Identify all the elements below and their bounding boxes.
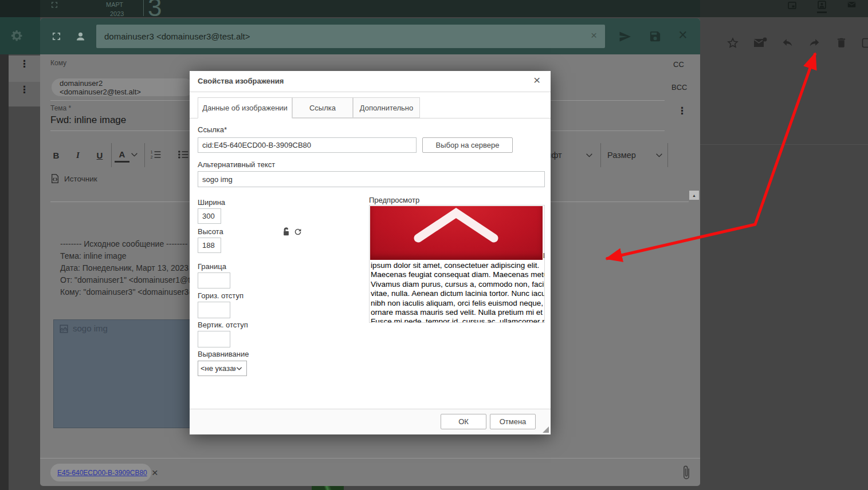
- star-icon[interactable]: [726, 37, 739, 49]
- tab-advanced[interactable]: Дополнительно: [353, 97, 420, 118]
- chevron-down-icon[interactable]: [655, 153, 663, 158]
- height-field-wrap: [198, 238, 221, 253]
- preview-panel: l ipsum dolor sit amet, consectetuer adi…: [369, 205, 545, 323]
- border-input[interactable]: [198, 272, 230, 289]
- trash-icon[interactable]: [835, 36, 847, 49]
- gear-icon[interactable]: [10, 29, 23, 42]
- message-view-pane: [700, 17, 868, 490]
- save-draft-icon[interactable]: [649, 30, 662, 43]
- maillist-row[interactable]: ⋮: [9, 82, 40, 106]
- cc-button[interactable]: CC: [673, 60, 684, 69]
- recipient-chip[interactable]: domainuser2 <domainuser2@test.alt>: [52, 78, 194, 96]
- url-input[interactable]: [198, 137, 417, 153]
- reset-size-icon[interactable]: [293, 227, 303, 237]
- width-input[interactable]: [198, 208, 221, 224]
- subject-value[interactable]: Fwd: inline image: [50, 114, 126, 126]
- hspace-input[interactable]: [198, 302, 230, 318]
- align-label: Выравнивание: [198, 350, 249, 358]
- recipient-chip-text: domainuser2 <domainuser2@test.alt>: [60, 79, 186, 96]
- bcc-button[interactable]: BCC: [671, 83, 687, 92]
- chevron-down-icon[interactable]: [131, 152, 138, 157]
- height-input[interactable]: [198, 238, 221, 253]
- tab-image-info[interactable]: Данные об изображении: [198, 97, 292, 118]
- from-value: domainuser3 <domainuser3@test.alt>: [104, 31, 250, 41]
- forward-icon[interactable]: [808, 37, 821, 48]
- screen: МАРТ 2023 3 ⋮ ⋮: [0, 0, 868, 490]
- from-field[interactable]: domainuser3 <domainuser3@test.alt> ×: [96, 25, 605, 48]
- topstrip-left-corner: [0, 0, 40, 17]
- border-label: Граница: [198, 262, 226, 271]
- broken-image-icon: [59, 324, 69, 334]
- maillist-row[interactable]: ⋮: [9, 56, 40, 82]
- tab-link[interactable]: Ссылка: [292, 97, 353, 118]
- expand-icon[interactable]: [52, 31, 61, 41]
- background-fragment: [312, 486, 344, 490]
- calendar-day: 3: [148, 0, 162, 17]
- ordered-list-icon[interactable]: 12: [150, 149, 162, 160]
- clear-from-icon[interactable]: ×: [591, 29, 597, 42]
- row-kebab-icon[interactable]: ⋮: [19, 86, 29, 94]
- chevron-down-icon[interactable]: [586, 153, 593, 158]
- cancel-button[interactable]: Отмена: [490, 414, 536, 429]
- svg-text:1: 1: [151, 150, 153, 154]
- image-properties-dialog: Свойства изображения × Данные об изображ…: [190, 71, 551, 434]
- browse-server-button[interactable]: Выбор на сервере: [422, 137, 513, 153]
- size-dropdown[interactable]: Размер: [607, 149, 636, 161]
- dialog-close-icon[interactable]: ×: [533, 73, 540, 87]
- alt-text-input[interactable]: [198, 171, 545, 187]
- sender-person-icon[interactable]: [74, 30, 87, 42]
- reply-icon[interactable]: [781, 37, 794, 48]
- quoted-date-line: Дата: Понедельник, Март 13, 2023 10:13: [60, 263, 211, 272]
- toolbar-separator: [111, 143, 112, 167]
- width-field-wrap: [198, 208, 221, 224]
- recipient-options-kebab[interactable]: ⋮: [677, 107, 687, 115]
- vspace-input[interactable]: [198, 331, 230, 347]
- height-label: Высота: [198, 227, 223, 236]
- calendar-month: МАРТ: [106, 2, 123, 8]
- attachment-link[interactable]: E45-640ECD00-B-3909CB80: [57, 469, 147, 477]
- text-color-button[interactable]: A: [115, 148, 129, 163]
- preview-label: Предпросмотр: [369, 196, 419, 204]
- alt-field-wrap: [198, 171, 545, 187]
- toolbar-separator: [144, 143, 145, 167]
- mark-unread-icon[interactable]: [753, 37, 767, 49]
- dialog-resize-handle[interactable]: [543, 426, 549, 433]
- bullet-list-icon[interactable]: [178, 149, 189, 160]
- align-select-value: <не указан: [201, 364, 236, 373]
- topstrip-right: [700, 0, 868, 17]
- bold-button[interactable]: B: [48, 148, 64, 163]
- attachment-chip[interactable]: E45-640ECD00-B-3909CB80 ×: [50, 464, 151, 481]
- ok-button[interactable]: ОК: [441, 414, 486, 429]
- chevron-down-icon: [236, 366, 242, 371]
- vspace-label: Вертик. отступ: [198, 321, 248, 329]
- source-icon[interactable]: [50, 173, 60, 184]
- calendar-tab-icon[interactable]: [787, 1, 798, 10]
- quoted-header-line: -------- Исходное сообщение --------: [60, 239, 187, 248]
- fullscreen-icon[interactable]: [50, 1, 58, 9]
- mail-tab-icon[interactable]: [846, 0, 857, 9]
- close-compose-icon[interactable]: ×: [678, 26, 688, 44]
- calendar-year: 2023: [110, 11, 124, 17]
- underline-button[interactable]: U: [92, 148, 108, 163]
- source-button-label[interactable]: Источник: [64, 175, 97, 183]
- note-icon[interactable]: [861, 37, 868, 49]
- lock-ratio-icon[interactable]: [282, 227, 290, 237]
- addressbook-tab-icon[interactable]: [816, 0, 827, 10]
- preview-image: [370, 206, 543, 260]
- pane-divider: [700, 144, 868, 145]
- border-field-wrap: [198, 272, 230, 289]
- align-select[interactable]: <не указан: [198, 361, 247, 376]
- paperclip-icon[interactable]: [681, 464, 692, 481]
- hspace-field-wrap: [198, 302, 230, 318]
- hspace-label: Гориз. отступ: [198, 291, 243, 300]
- maillist-left-edge: [0, 54, 9, 490]
- italic-button[interactable]: I: [70, 148, 86, 163]
- quoted-subject-line: Тема: inline image: [60, 251, 126, 260]
- scroll-up-button[interactable]: ▲: [689, 191, 699, 200]
- send-icon[interactable]: [618, 30, 633, 44]
- toolbar-separator: [600, 143, 601, 167]
- settings-rail: [0, 17, 40, 54]
- to-label: Кому: [50, 59, 66, 67]
- row-kebab-icon[interactable]: ⋮: [19, 60, 29, 68]
- remove-attachment-icon[interactable]: ×: [152, 469, 158, 477]
